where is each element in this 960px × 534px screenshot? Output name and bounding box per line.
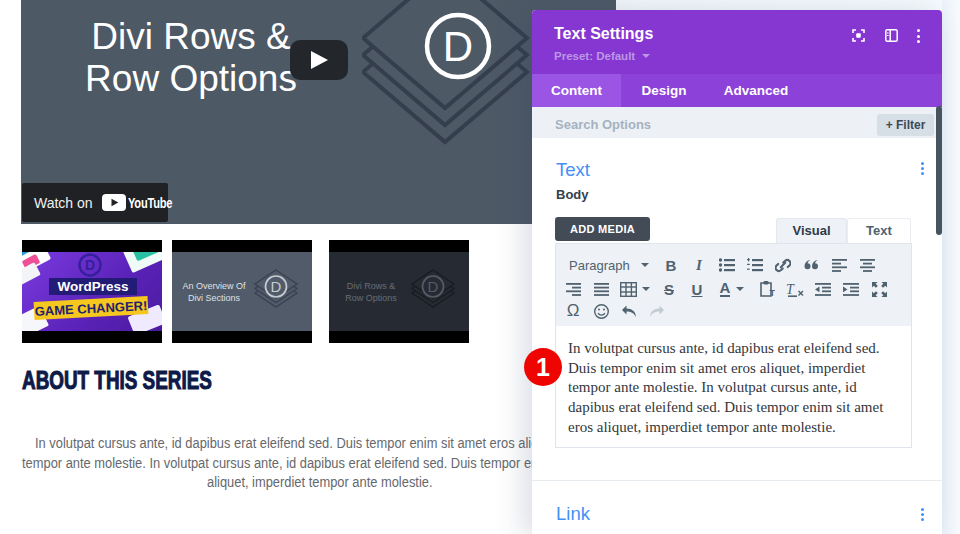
svg-text:T: T (786, 282, 795, 297)
svg-text:T: T (769, 288, 775, 298)
svg-text:D: D (428, 278, 439, 295)
svg-text:D: D (443, 23, 473, 70)
svg-text:D: D (85, 257, 95, 273)
svg-text:D: D (271, 278, 282, 295)
